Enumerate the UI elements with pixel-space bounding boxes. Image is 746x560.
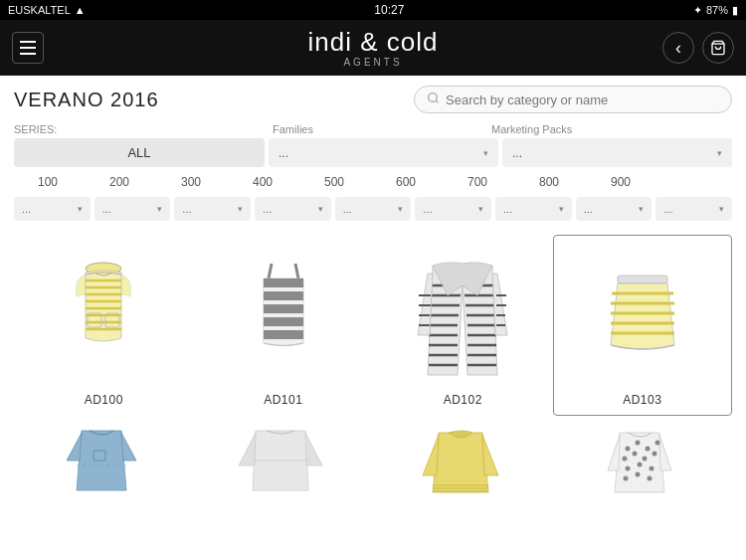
svg-point-71 xyxy=(638,463,643,467)
series-500[interactable]: 500 xyxy=(300,173,368,191)
product-card-ad104[interactable] xyxy=(14,416,194,509)
svg-rect-17 xyxy=(264,300,303,304)
bluetooth-icon: ✦ xyxy=(693,4,702,17)
sub-filter-1[interactable]: ...▾ xyxy=(14,197,91,221)
series-100[interactable]: 100 xyxy=(14,173,82,191)
svg-point-73 xyxy=(624,476,629,481)
svg-point-65 xyxy=(655,441,660,446)
svg-rect-23 xyxy=(264,339,303,343)
marketing-chevron-icon: ▾ xyxy=(717,148,722,158)
header-right: ‹ xyxy=(662,32,734,64)
svg-rect-22 xyxy=(264,330,303,339)
svg-rect-50 xyxy=(618,276,667,283)
product-image-ad103 xyxy=(583,246,702,385)
sub-filter-3[interactable]: ...▾ xyxy=(174,197,251,221)
svg-point-62 xyxy=(626,447,631,452)
series-numbers-row: 100 200 300 400 500 600 700 800 900 xyxy=(14,173,732,191)
product-card-ad103[interactable]: AD103 xyxy=(553,235,733,416)
series-400[interactable]: 400 xyxy=(229,173,296,191)
page-header: VERANO 2016 xyxy=(14,86,732,113)
ad107-illustration xyxy=(590,421,694,500)
svg-point-68 xyxy=(643,457,648,462)
cart-button[interactable] xyxy=(702,32,734,64)
svg-rect-15 xyxy=(264,287,303,291)
search-input[interactable] xyxy=(446,93,719,107)
app-header: indi & cold AGENTS ‹ xyxy=(0,20,746,76)
series-200[interactable]: 200 xyxy=(86,173,153,191)
menu-button[interactable] xyxy=(12,32,44,64)
status-right: ✦ 87% ▮ xyxy=(693,4,738,17)
product-label-ad103: AD103 xyxy=(623,393,661,407)
series-800[interactable]: 800 xyxy=(515,173,583,191)
product-card-ad107[interactable] xyxy=(553,416,733,509)
app-title: indi & cold xyxy=(308,28,439,57)
back-button[interactable]: ‹ xyxy=(662,32,694,64)
product-label-ad100: AD100 xyxy=(85,393,123,407)
product-image-ad107 xyxy=(588,421,697,500)
svg-point-66 xyxy=(623,457,628,462)
sub-filter-8[interactable]: ...▾ xyxy=(576,197,653,221)
product-image-ad102 xyxy=(403,246,522,385)
product-image-ad105 xyxy=(229,421,338,500)
svg-point-70 xyxy=(626,467,631,471)
main-content: VERANO 2016 SERIES: Families Marketing P… xyxy=(0,76,746,509)
product-card-ad106[interactable] xyxy=(373,416,553,509)
product-card-ad100[interactable]: AD100 xyxy=(14,235,194,416)
ad104-illustration xyxy=(52,421,156,500)
marketing-dropdown[interactable]: ... ▾ xyxy=(502,138,732,167)
filter-controls-row: ALL ... ▾ ... ▾ xyxy=(14,138,732,167)
svg-point-72 xyxy=(650,467,654,471)
sub-filter-9[interactable]: ...▾ xyxy=(655,197,732,221)
svg-line-2 xyxy=(436,100,438,102)
sub-filter-4[interactable]: ...▾ xyxy=(255,197,331,221)
product-card-ad105[interactable] xyxy=(194,416,374,509)
filters-section: SERIES: Families Marketing Packs ALL ...… xyxy=(14,123,732,221)
menu-line-1 xyxy=(20,41,36,43)
search-box[interactable] xyxy=(414,86,732,113)
search-icon xyxy=(427,92,440,107)
product-card-ad102[interactable]: AD102 xyxy=(373,235,553,416)
filter-labels-row: SERIES: Families Marketing Packs xyxy=(14,123,732,135)
status-left: EUSKALTEL ▲ xyxy=(8,4,86,16)
page-title: VERANO 2016 xyxy=(14,89,159,111)
marketing-label: Marketing Packs xyxy=(491,123,732,135)
all-filter-button[interactable]: ALL xyxy=(14,138,265,167)
svg-rect-19 xyxy=(264,313,303,317)
products-grid-row2 xyxy=(14,416,732,509)
product-image-ad101 xyxy=(224,246,343,385)
ad106-illustration xyxy=(411,421,515,500)
svg-point-67 xyxy=(633,452,638,457)
ad105-illustration xyxy=(231,421,335,500)
back-icon: ‹ xyxy=(675,38,681,59)
status-time: 10:27 xyxy=(374,3,404,17)
series-label: SERIES: xyxy=(14,123,273,135)
ad103-illustration xyxy=(593,266,692,365)
series-900[interactable]: 900 xyxy=(587,173,654,191)
carrier-label: EUSKALTEL xyxy=(8,4,71,16)
ad102-illustration xyxy=(408,246,517,385)
svg-point-69 xyxy=(653,452,657,457)
svg-point-1 xyxy=(429,93,438,102)
families-dropdown[interactable]: ... ▾ xyxy=(269,138,498,167)
sub-filter-5[interactable]: ...▾ xyxy=(335,197,412,221)
product-label-ad101: AD101 xyxy=(264,393,302,407)
svg-rect-18 xyxy=(264,304,303,313)
series-600[interactable]: 600 xyxy=(372,173,440,191)
sub-filter-6[interactable]: ...▾ xyxy=(415,197,491,221)
svg-rect-16 xyxy=(264,291,303,300)
menu-line-3 xyxy=(20,53,36,55)
product-image-ad106 xyxy=(408,421,517,500)
product-image-ad104 xyxy=(49,421,158,500)
sub-filter-7[interactable]: ...▾ xyxy=(495,197,572,221)
svg-point-74 xyxy=(636,472,641,477)
marketing-dropdown-value: ... xyxy=(512,146,522,160)
series-700[interactable]: 700 xyxy=(444,173,511,191)
products-grid: AD100 xyxy=(14,235,732,416)
series-300[interactable]: 300 xyxy=(157,173,225,191)
header-center: indi & cold AGENTS xyxy=(308,28,439,68)
product-card-ad101[interactable]: AD101 xyxy=(194,235,374,416)
families-dropdown-value: ... xyxy=(279,146,288,160)
menu-line-2 xyxy=(20,47,36,49)
svg-rect-21 xyxy=(264,326,303,330)
sub-filter-2[interactable]: ...▾ xyxy=(94,197,171,221)
